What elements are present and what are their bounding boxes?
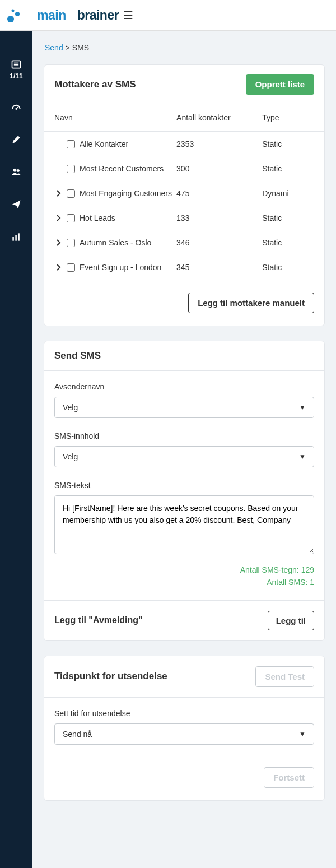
chevron-right-icon[interactable] (54, 190, 62, 197)
main-content: Send > SMS Mottakere av SMS Opprett list… (32, 31, 336, 868)
svg-point-8 (13, 169, 17, 172)
row-type-value: Static (262, 213, 314, 222)
set-time-select[interactable]: Send nå ▼ (54, 723, 314, 745)
char-count: Antall SMS-tegn: 129 (54, 564, 314, 576)
row-type-value: Static (262, 164, 314, 173)
chevron-right-icon[interactable] (54, 215, 62, 221)
table-row: Most Recent Customers300Static (44, 156, 324, 181)
table-row: Hot Leads133Static (44, 206, 324, 230)
timing-title: Tidspunkt for utsendelse (54, 671, 167, 682)
list-icon (11, 59, 22, 70)
table-row: Most Engaging Customers475Dynami (44, 181, 324, 206)
table-row: Alle Kontakter2353Static (44, 132, 324, 156)
char-info: Antall SMS-tegn: 129 Antall SMS: 1 (54, 564, 314, 589)
sms-content-value: Velg (63, 452, 78, 461)
table-row: Event Sign up - London345Static (44, 255, 324, 280)
svg-point-2 (12, 10, 15, 12)
row-contacts-value: 2353 (176, 140, 262, 148)
recipients-footer: Legg til mottakere manuelt (44, 280, 324, 326)
sms-text-input[interactable] (54, 495, 314, 554)
sidebar-item-analytics[interactable] (11, 231, 22, 243)
svg-point-0 (7, 16, 14, 22)
create-list-button[interactable]: Opprett liste (246, 74, 314, 95)
caret-down-icon: ▼ (299, 730, 306, 738)
svg-rect-12 (18, 233, 20, 240)
row-type-value: Dynami (262, 189, 314, 198)
sidebar-item-send[interactable] (11, 199, 22, 210)
sms-content-label: SMS-innhold (54, 431, 314, 440)
breadcrumb-current: SMS (72, 43, 89, 52)
row-name-label: Hot Leads (80, 213, 115, 222)
table-row: Autumn Sales - Oslo346Static (44, 230, 324, 255)
col-contacts-header: Antall kontakter (176, 113, 262, 122)
checkbox[interactable] (67, 239, 75, 247)
chevron-right-icon[interactable] (54, 239, 62, 246)
proceed-button[interactable]: Fortsett (264, 767, 314, 788)
row-contacts-value: 475 (176, 189, 262, 198)
gauge-icon (11, 101, 22, 113)
col-type-header: Type (262, 113, 314, 122)
unsubscribe-row: Legg til "Avmelding" Legg til (44, 600, 324, 640)
row-name-label: Autumn Sales - Oslo (80, 238, 151, 247)
breadcrumb: Send > SMS (45, 43, 325, 52)
sidebar-item-step[interactable]: 1/11 (10, 59, 22, 80)
recipients-card: Mottakere av SMS Opprett liste Navn Anta… (44, 64, 325, 326)
checkbox[interactable] (67, 140, 75, 148)
sidebar: 1/11 (0, 31, 32, 868)
chart-icon (11, 231, 22, 243)
row-contacts-value: 345 (176, 263, 262, 272)
chevron-right-icon[interactable] (54, 264, 62, 271)
sms-count: Antall SMS: 1 (54, 576, 314, 588)
row-type-value: Static (262, 263, 314, 272)
row-name-label: Most Engaging Customers (80, 189, 172, 198)
sender-name-select[interactable]: Velg ▼ (54, 397, 314, 418)
recipients-title: Mottakere av SMS (54, 79, 136, 90)
row-name-label: Most Recent Customers (80, 164, 164, 173)
sidebar-item-dashboard[interactable] (11, 101, 22, 113)
logo-text: mainbrainer (26, 8, 119, 23)
paper-plane-icon (11, 199, 22, 210)
timing-card: Tidspunkt for utsendelse Send Test Sett … (44, 656, 325, 801)
send-test-button[interactable]: Send Test (255, 666, 314, 687)
col-name-header: Navn (54, 113, 176, 122)
sender-name-value: Velg (63, 403, 78, 412)
unsubscribe-add-button[interactable]: Legg til (268, 611, 314, 630)
sender-name-label: Avsendernavn (54, 382, 314, 391)
logo-icon (7, 7, 24, 23)
row-name-label: Event Sign up - London (80, 263, 161, 272)
sidebar-item-edit[interactable] (11, 134, 22, 145)
breadcrumb-separator: > (66, 43, 72, 52)
checkbox[interactable] (67, 214, 75, 222)
topbar: mainbrainer ☰ (0, 0, 336, 31)
add-manual-button[interactable]: Legg til mottakere manuelt (188, 293, 314, 313)
pencil-icon (11, 134, 22, 145)
recipients-header: Mottakere av SMS Opprett liste (44, 65, 324, 104)
send-sms-title: Send SMS (54, 350, 101, 361)
logo[interactable]: mainbrainer (7, 7, 119, 23)
svg-rect-10 (12, 237, 14, 241)
checkbox[interactable] (67, 263, 75, 272)
recipients-table-header: Navn Antall kontakter Type (44, 104, 324, 132)
checkbox[interactable] (67, 165, 75, 173)
breadcrumb-root[interactable]: Send (45, 43, 63, 52)
set-time-value: Send nå (63, 730, 92, 739)
row-type-value: Static (262, 238, 314, 247)
row-name-label: Alle Kontakter (80, 140, 128, 148)
menu-toggle-icon[interactable]: ☰ (123, 8, 133, 22)
sidebar-item-contacts[interactable] (11, 166, 22, 178)
row-type-value: Static (262, 140, 314, 148)
step-indicator: 1/11 (10, 72, 22, 80)
set-time-label: Sett tid for utsendelse (54, 709, 314, 718)
caret-down-icon: ▼ (299, 453, 306, 461)
sms-text-label: SMS-tekst (54, 481, 314, 490)
sms-content-select[interactable]: Velg ▼ (54, 446, 314, 467)
unsubscribe-label: Legg til "Avmelding" (54, 615, 143, 625)
svg-line-7 (16, 107, 18, 109)
svg-rect-11 (15, 235, 17, 241)
row-contacts-value: 133 (176, 213, 262, 222)
row-contacts-value: 300 (176, 164, 262, 173)
checkbox[interactable] (67, 189, 75, 198)
caret-down-icon: ▼ (299, 403, 306, 411)
users-icon (11, 166, 22, 178)
row-contacts-value: 346 (176, 238, 262, 247)
